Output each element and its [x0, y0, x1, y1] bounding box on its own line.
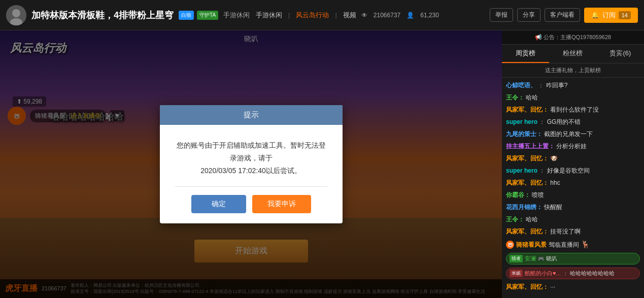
dialog-overlay: 提示 您的账号由于开启辅助或加速工具。暂时无法登录游戏，请于2020/03/05…	[0, 30, 502, 298]
header-badges: 白狼 守护TA	[179, 11, 218, 20]
chat-message-9: 风家军、回忆： hhc	[506, 178, 640, 187]
sidebar-tabs: 周贡榜 粉丝榜 贵宾(6)	[502, 45, 644, 63]
chat-enter-action: 驾临直播间	[549, 240, 579, 249]
chat-content-9: hhc	[550, 179, 560, 186]
tab-gift[interactable]: 贵宾(6)	[597, 45, 644, 63]
appeal-button[interactable]: 我要申诉	[252, 195, 311, 213]
client-button[interactable]: 客户端看	[545, 8, 580, 22]
chat-enter-user: 骑猪看风景	[516, 240, 547, 249]
header-actions: 举报 分享 客户端看 🔔 订阅 14	[490, 8, 638, 23]
chat-message-7: 风家军、回忆： 🐶	[506, 154, 640, 163]
badge-hunter: 猎者	[510, 255, 523, 262]
dialog-header: 提示	[160, 105, 343, 125]
chat-content-4: GG用的不错	[547, 118, 581, 125]
chat-message-3: 风家军、回忆： 看到什么软件了没	[506, 105, 640, 114]
dialog-divider	[175, 186, 327, 187]
chat-special-user-2: 酷酷的小白♥...	[525, 270, 561, 277]
nav-item-4[interactable]: 视频	[343, 11, 356, 20]
svg-point-1	[12, 9, 20, 17]
confirm-button[interactable]: 确定	[191, 195, 246, 213]
header-stats: 👁 21066737 👤 61,230	[361, 12, 439, 19]
chat-special-content-1: 晓叭	[546, 255, 557, 262]
gift-bar: 送主播礼物，上贡献榜	[502, 63, 644, 78]
deer-icon: 🦌	[581, 239, 590, 250]
chat-content-12: 哈哈	[526, 216, 538, 223]
nav-item-2[interactable]: 手游休闲	[256, 11, 282, 20]
chat-message-2: 王令： 哈哈	[506, 93, 640, 102]
chat-user-7: 风家军、回忆：	[506, 155, 549, 162]
subscribe-count: 14	[619, 11, 631, 19]
right-sidebar: 📢 公告：主播QQ1978059628 周贡榜 粉丝榜 贵宾(6) 送主播礼物，…	[502, 30, 644, 298]
stat-fans: 61,230	[420, 12, 439, 19]
chat-user-4: super hero	[506, 118, 537, 125]
chat-user-last: 风家军、回忆：	[506, 283, 549, 290]
stream-background: 风云岛行动 晓叭 哈哈哈哈哈哈哈哈 ⬆ 59,298 🐷 骑猪看风景 进入直播间…	[0, 30, 502, 298]
subscribe-button[interactable]: 🔔 订阅 14	[584, 8, 638, 23]
chat-area: 心鲸呓语、 ： 咋回事? 王令： 哈哈 风家军、回忆： 看到什么软件了没 sup…	[502, 78, 644, 298]
chat-content-3: 看到什么软件了没	[550, 106, 599, 113]
game-icon: 🎮	[538, 256, 544, 261]
nav-item-1[interactable]: 手游休闲	[223, 11, 250, 20]
chat-message-8: super hero ： 好像是谷歌空间	[506, 166, 640, 175]
stream-area: 风云岛行动 晓叭 哈哈哈哈哈哈哈哈 ⬆ 59,298 🐷 骑猪看风景 进入直播间…	[0, 30, 502, 298]
chat-content-11: 快醒醒	[544, 204, 562, 211]
report-button[interactable]: 举报	[490, 8, 513, 22]
chat-user-11: 花西月锦绣：	[506, 204, 543, 211]
subscribe-label: 订阅	[602, 11, 616, 20]
chat-content-5: 截图的兄弟发一下	[544, 130, 593, 138]
chat-user-12: 王令：	[506, 216, 524, 223]
chat-content-10: 喷喷	[532, 191, 544, 198]
nav-item-3[interactable]: 风云岛行动	[296, 11, 329, 20]
share-button[interactable]: 分享	[517, 8, 540, 22]
chat-content-8: 好像是谷歌空间	[547, 167, 590, 174]
avatar	[6, 5, 26, 25]
pig-avatar-icon: 🐷	[506, 241, 514, 249]
chat-special-red: 米妮 酷酷的小白♥... ： 哈哈哈哈哈哈哈哈	[506, 268, 640, 279]
badge-guard: 守护TA	[197, 11, 218, 20]
chat-user-6: 挂主播五上上置：	[506, 143, 555, 150]
chat-content-6: 分析分析娃	[556, 143, 587, 150]
dialog-text: 您的账号由于开启辅助或加速工具。暂时无法登录游戏，请于2020/03/05 17…	[175, 139, 327, 178]
stream-title: 加特林版本滑板鞋，4排带粉上星穹	[31, 9, 174, 21]
chat-message-12: 王令： 哈哈	[506, 215, 640, 224]
chat-user-1: 心鲸呓语、	[506, 82, 536, 89]
chat-user-9: 风家军、回忆：	[506, 179, 549, 186]
announce-text: 公告：主播QQ1978059628	[544, 34, 611, 40]
chat-user-5: 九尾的策士：	[506, 130, 543, 138]
chat-message-10: 你霸谷： 喷喷	[506, 190, 640, 200]
stat-viewers: 21066737	[374, 12, 400, 19]
dialog-actions: 确定 我要申诉	[175, 195, 327, 213]
dialog-body: 您的账号由于开启辅助或加速工具。暂时无法登录游戏，请于2020/03/05 17…	[160, 125, 343, 224]
chat-user-13: 风家军、回忆：	[506, 228, 549, 235]
main-area: 风云岛行动 晓叭 哈哈哈哈哈哈哈哈 ⬆ 59,298 🐷 骑猪看风景 进入直播间…	[0, 30, 644, 298]
subscribe-icon: 🔔	[591, 11, 599, 19]
chat-message-6: 挂主播五上上置： 分析分析娃	[506, 142, 640, 151]
chat-special-user-1: 安澜	[525, 255, 536, 262]
chat-message-11: 花西月锦绣： 快醒醒	[506, 203, 640, 212]
badge-rank: 白狼	[179, 11, 194, 20]
chat-content-13: 挂哥没了啊	[550, 228, 581, 235]
chat-content-7: 🐶	[550, 155, 558, 162]
eye-icon: 👁	[361, 12, 367, 19]
sidebar-announcement: 📢 公告：主播QQ1978059628	[502, 30, 644, 45]
chat-special-green: 猎者 安澜 🎮 晓叭	[506, 253, 640, 264]
tab-fans[interactable]: 粉丝榜	[549, 45, 596, 63]
tab-weekly[interactable]: 周贡榜	[502, 45, 549, 63]
chat-message-13: 风家军、回忆： 挂哥没了啊	[506, 227, 640, 236]
badge-mimi: 米妮	[510, 270, 523, 277]
chat-message-last: 风家军、回忆： ···	[506, 282, 640, 291]
header: 加特林版本滑板鞋，4排带粉上星穹 白狼 守护TA 手游休闲 手游休闲 | 风云岛…	[0, 0, 644, 30]
person-icon: 👤	[406, 12, 414, 19]
chat-user-3: 风家军、回忆：	[506, 106, 549, 113]
chat-user-2: 王令：	[506, 94, 524, 101]
chat-message-4: super hero ： GG用的不错	[506, 117, 640, 126]
chat-special-content-2: 哈哈哈哈哈哈哈哈	[570, 270, 615, 277]
chat-message-1: 心鲸呓语、 ： 咋回事?	[506, 81, 640, 90]
chat-message-5: 九尾的策士： 截图的兄弟发一下	[506, 129, 640, 139]
alert-dialog: 提示 您的账号由于开启辅助或加速工具。暂时无法登录游戏，请于2020/03/05…	[160, 105, 343, 224]
colon-separator: ：	[563, 270, 568, 277]
chat-content-2: 哈哈	[526, 94, 538, 101]
chat-user-8: super hero	[506, 167, 537, 174]
chat-user-10: 你霸谷：	[506, 191, 530, 198]
nav-separator-1: |	[288, 11, 290, 19]
